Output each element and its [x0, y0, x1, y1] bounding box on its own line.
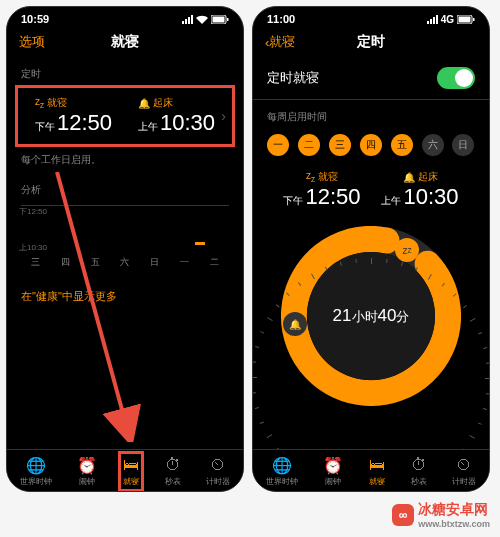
dial-face: 21小时40分	[307, 252, 435, 380]
bed-icon: zz	[35, 96, 44, 110]
timer-icon: ⏲	[456, 456, 472, 474]
phone-right: 11:00 4G ‹就寝 定时 定时就寝 每周启用时间 一二三四五六日 zz就寝…	[252, 6, 490, 492]
tab-label: 秒表	[411, 476, 427, 487]
status-right: 4G	[427, 13, 475, 25]
nav-title: 定时	[357, 33, 385, 51]
chart-bar	[195, 242, 205, 245]
tab-label: 闹钟	[325, 476, 341, 487]
bell-icon: 🔔	[403, 172, 415, 183]
svg-line-3	[57, 172, 127, 428]
tab-label: 计时器	[452, 476, 476, 487]
wake-time: 10:30	[403, 184, 458, 210]
nav-back[interactable]: 选项	[19, 33, 45, 51]
tab-label: 世界时钟	[266, 476, 298, 487]
annotation-arrow	[47, 172, 147, 442]
tab-stopwatch[interactable]: ⏱秒表	[411, 456, 427, 487]
tab-bedtime[interactable]: 🛏就寝	[369, 456, 385, 487]
svg-rect-5	[459, 16, 471, 22]
bedtime-time: 12:50	[305, 184, 360, 210]
sleep-dial[interactable]: 21小时40分 zz 🔔	[281, 226, 461, 406]
bedtime-block: zz就寝 下午12:50	[283, 170, 360, 210]
bedtime-prefix: 下午	[35, 120, 55, 134]
alarm-icon: ⏰	[77, 456, 97, 474]
tab-label: 秒表	[165, 476, 181, 487]
day-六[interactable]: 六	[422, 134, 444, 156]
toggle-row: 定时就寝	[253, 57, 489, 100]
notch	[321, 7, 421, 23]
chart-y1: 下12:50	[19, 206, 47, 217]
wake-label: 起床	[153, 96, 173, 110]
tab-label: 闹钟	[79, 476, 95, 487]
stopwatch-icon: ⏱	[165, 456, 181, 474]
alarm-icon: ⏰	[323, 456, 343, 474]
phone-left: 10:59 选项 就寝 定时 zz就寝 下午12:50 🔔起床 上午10:30	[6, 6, 244, 492]
watermark-icon: ∞	[392, 504, 414, 526]
tab-label: 计时器	[206, 476, 230, 487]
bedtime-block: zz就寝 下午12:50	[35, 96, 112, 136]
signal-icon	[427, 15, 438, 24]
day-五[interactable]: 五	[391, 134, 413, 156]
wake-prefix: 上午	[381, 194, 401, 208]
section-timer-label: 定时	[7, 57, 243, 85]
tab-label: 就寝	[369, 476, 385, 487]
watermark-url: www.btxtzw.com	[418, 519, 490, 529]
bedtime-label: 就寝	[47, 96, 67, 110]
tab-label: 就寝	[123, 476, 139, 487]
bedtime-wake-row[interactable]: zz就寝 下午12:50 🔔起床 上午10:30 ›	[22, 94, 228, 138]
tab-bedtime[interactable]: 🛏就寝	[118, 451, 144, 492]
battery-icon	[211, 15, 229, 24]
status-time: 10:59	[21, 13, 49, 25]
status-right	[182, 13, 229, 25]
bedtime-label: 就寝	[318, 170, 338, 184]
duration-text: 21小时40分	[333, 306, 410, 326]
nav-back[interactable]: ‹就寝	[265, 33, 295, 51]
battery-icon	[457, 15, 475, 24]
tab-worldclock[interactable]: 🌐世界时钟	[266, 456, 298, 487]
wake-handle[interactable]: 🔔	[283, 312, 307, 336]
highlight-box-times: zz就寝 下午12:50 🔔起床 上午10:30 ›	[15, 85, 235, 147]
svg-rect-1	[213, 16, 225, 22]
tab-alarm[interactable]: ⏰闹钟	[323, 456, 343, 487]
bed-tab-icon: 🛏	[123, 456, 139, 474]
timer-icon: ⏲	[210, 456, 226, 474]
nav-title: 就寝	[111, 33, 139, 51]
bed-icon: zz	[306, 170, 315, 184]
chevron-right-icon: ›	[221, 108, 226, 124]
tab-label: 世界时钟	[20, 476, 52, 487]
day-三[interactable]: 三	[329, 134, 351, 156]
bedtime-time: 12:50	[57, 110, 112, 136]
wake-time: 10:30	[160, 110, 215, 136]
signal-icon	[182, 15, 193, 24]
chart-y2: 上10:30	[19, 242, 47, 253]
watermark-text: 冰糖安卓网	[418, 501, 490, 519]
watermark: ∞ 冰糖安卓网 www.btxtzw.com	[392, 501, 490, 529]
tab-timer[interactable]: ⏲计时器	[452, 456, 476, 487]
globe-icon: 🌐	[272, 456, 292, 474]
bedtime-prefix: 下午	[283, 194, 303, 208]
bedtime-wake-row: zz就寝 下午12:50 🔔起床 上午10:30	[253, 166, 489, 218]
notch	[75, 7, 175, 23]
tab-timer[interactable]: ⏲计时器	[206, 456, 230, 487]
bedtime-handle[interactable]: zz	[395, 238, 419, 262]
toggle-label: 定时就寝	[267, 69, 319, 87]
tab-stopwatch[interactable]: ⏱秒表	[165, 456, 181, 487]
weekly-label: 每周启用时间	[253, 100, 489, 128]
bed-tab-icon: 🛏	[369, 456, 385, 474]
tab-worldclock[interactable]: 🌐世界时钟	[20, 456, 52, 487]
day-selector: 一二三四五六日	[253, 128, 489, 166]
day-四[interactable]: 四	[360, 134, 382, 156]
day-二[interactable]: 二	[298, 134, 320, 156]
workday-note: 每个工作日启用。	[7, 147, 243, 173]
svg-rect-2	[227, 18, 229, 21]
nav-bar: ‹就寝 定时	[253, 27, 489, 57]
tab-bar: 🌐世界时钟 ⏰闹钟 🛏就寝 ⏱秒表 ⏲计时器	[7, 449, 243, 491]
network-label: 4G	[441, 14, 454, 25]
day-一[interactable]: 一	[267, 134, 289, 156]
day-日[interactable]: 日	[452, 134, 474, 156]
globe-icon: 🌐	[26, 456, 46, 474]
bedtime-toggle[interactable]	[437, 67, 475, 89]
bell-icon: 🔔	[138, 98, 150, 109]
nav-bar: 选项 就寝	[7, 27, 243, 57]
tab-alarm[interactable]: ⏰闹钟	[77, 456, 97, 487]
wake-block: 🔔起床 上午10:30	[138, 96, 215, 136]
